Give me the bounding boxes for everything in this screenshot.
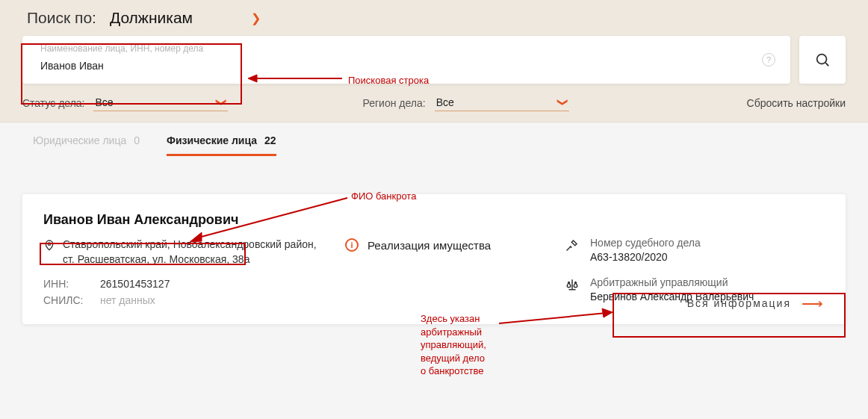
filter-status: Статус дела: Все ❯ [22,94,228,111]
info-icon: i [345,238,359,252]
map-pin-icon [43,238,55,255]
tab-individuals[interactable]: Физические лица 22 [167,134,276,156]
svg-point-2 [48,243,50,245]
inn-row: ИНН: 261501453127 [43,278,327,290]
tab-individual-label: Физические лица [167,134,257,146]
filter-status-value: Все [95,96,113,108]
case-number-label: Номер судебного дела [590,237,701,249]
search-input-wrap[interactable]: Наименование лица, ИНН, номер дела ? [22,36,790,84]
search-row: Наименование лица, ИНН, номер дела ? [22,36,846,84]
address-row: Ставропольский край, Новоалександровский… [43,237,327,267]
more-info-link[interactable]: Вся информация ⟶ [687,294,825,312]
filters-row: Статус дела: Все ❯ Регион дела: Все ❯ Сб… [22,94,846,111]
tab-legal-entities[interactable]: Юридические лица 0 [33,134,140,156]
card-mid-col: i Реализация имущества [345,237,547,311]
more-info-label: Вся информация [687,297,791,309]
manager-label: Арбитражный управляющий [590,276,754,288]
search-input[interactable] [40,60,754,72]
case-status-row: i Реализация имущества [345,238,547,252]
debtor-address: Ставропольский край, Новоалександровский… [63,237,327,267]
snils-label: СНИЛС: [43,294,85,306]
card-left-col: Ставропольский край, Новоалександровский… [43,237,327,311]
search-by-label: Поиск по: [27,9,96,27]
filter-status-select[interactable]: Все ❯ [93,94,228,111]
snils-value: нет данных [100,294,155,306]
filter-region-select[interactable]: Все ❯ [435,94,569,111]
search-panel: Поиск по: Должникам ❯ Наименование лица,… [0,0,868,122]
search-by-row: Поиск по: Должникам ❯ [22,6,846,36]
chevron-down-icon: ❯ [216,98,228,107]
chevron-down-icon[interactable]: ❯ [251,11,261,25]
svg-line-1 [825,63,828,66]
case-number-block: Номер судебного дела А63-13820/2020 [565,237,825,263]
svg-point-0 [817,55,827,64]
debtor-name[interactable]: Иванов Иван Александрович [43,212,825,228]
tab-legal-label: Юридические лица [33,134,126,149]
arrow-right-icon: ⟶ [802,294,825,312]
filter-status-label: Статус дела: [22,97,84,109]
help-icon[interactable]: ? [762,53,775,66]
chevron-down-icon: ❯ [557,98,569,107]
gavel-icon [565,237,580,263]
tab-legal-count: 0 [134,134,140,149]
case-status: Реализация имущества [368,239,491,252]
filter-region-value: Все [436,96,454,108]
inn-value: 261501453127 [100,278,170,290]
search-input-placeholder: Наименование лица, ИНН, номер дела [40,43,203,54]
filter-region-label: Регион дела: [362,97,425,109]
reset-filters-link[interactable]: Сбросить настройки [747,97,846,109]
tabs: Юридические лица 0 Физические лица 22 [0,122,868,157]
search-by-category[interactable]: Должникам [110,9,193,27]
filter-region: Регион дела: Все ❯ [362,94,568,111]
result-card: Иванов Иван Александрович Ставропольский… [22,194,846,324]
inn-label: ИНН: [43,278,85,290]
search-button[interactable] [799,36,846,84]
scales-icon [565,276,580,302]
search-icon [814,52,831,68]
tab-individual-count: 22 [264,134,276,146]
case-number-value: А63-13820/2020 [590,251,701,263]
snils-row: СНИЛС: нет данных [43,294,327,306]
